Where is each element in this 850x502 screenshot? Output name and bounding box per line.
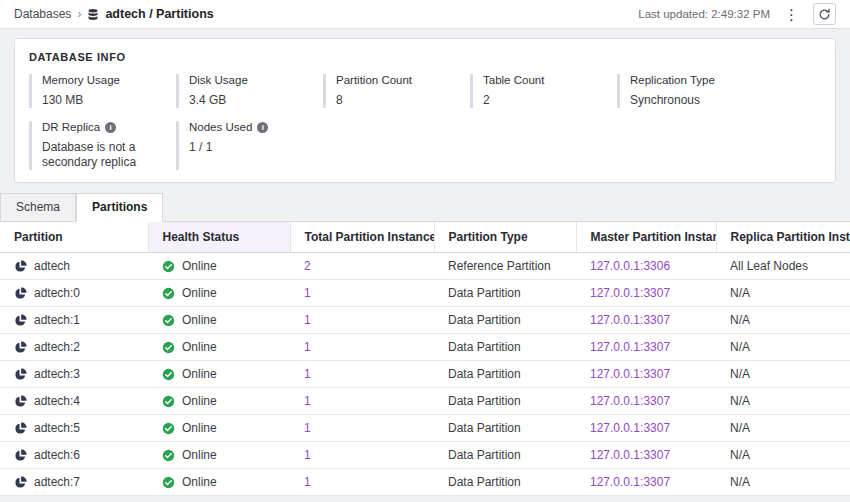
total-instances-link[interactable]: 1 [304, 286, 311, 300]
master-instance-link[interactable]: 127.0.0.1:3307 [590, 286, 670, 300]
stat-value: Database is not a secondary replica [42, 140, 168, 170]
partition-name: adtech:3 [34, 367, 80, 381]
partition-type-label: Data Partition [448, 340, 521, 354]
stat-label: Replication Type [630, 74, 763, 86]
col-master-partition-instance[interactable]: Master Partition Instance ... [576, 222, 716, 253]
stat-memory-usage: Memory Usage 130 MB [29, 74, 175, 108]
health-status-label: Online [182, 448, 217, 462]
col-replica-partition-instance[interactable]: Replica Partition Instance ... [716, 222, 850, 253]
topbar-actions: Last updated: 2:49:32 PM ⋮ [638, 3, 836, 25]
tab-bar: Schema Partitions [0, 193, 850, 222]
partition-pie-icon [14, 449, 27, 462]
total-instances-link[interactable]: 2 [304, 259, 311, 273]
refresh-button[interactable] [813, 3, 836, 25]
partition-pie-icon [14, 287, 27, 300]
replica-instance-label: N/A [730, 340, 750, 354]
partition-name: adtech:5 [34, 421, 80, 435]
table-header-row: Partition Health Status Total Partition … [0, 222, 850, 253]
online-check-icon [162, 368, 175, 381]
stats-row-2: DR Replica i Database is not a secondary… [29, 121, 821, 170]
table-row: adtech:0 Online 1 Data Partition 127.0.0… [0, 280, 850, 307]
total-instances-link[interactable]: 1 [304, 313, 311, 327]
partitions-table-body: adtech Online 2 Reference Partition 127.… [0, 253, 850, 496]
online-check-icon [162, 314, 175, 327]
stat-label: Nodes Used [189, 121, 252, 133]
replica-instance-label: N/A [730, 313, 750, 327]
table-row: adtech Online 2 Reference Partition 127.… [0, 253, 850, 280]
online-check-icon [162, 476, 175, 489]
stat-label: DR Replica [42, 121, 100, 133]
stat-value: Synchronous [630, 93, 756, 108]
master-instance-link[interactable]: 127.0.0.1:3307 [590, 394, 670, 408]
master-instance-link[interactable]: 127.0.0.1:3306 [590, 259, 670, 273]
master-instance-link[interactable]: 127.0.0.1:3307 [590, 421, 670, 435]
replica-instance-label: N/A [730, 286, 750, 300]
tab-schema[interactable]: Schema [0, 193, 76, 222]
health-status-label: Online [182, 340, 217, 354]
stat-value: 2 [483, 93, 609, 108]
partition-name: adtech:0 [34, 286, 80, 300]
card-title: DATABASE INFO [29, 51, 821, 63]
col-health-status[interactable]: Health Status [148, 222, 290, 253]
table-row: adtech:4 Online 1 Data Partition 127.0.0… [0, 388, 850, 415]
stat-dr-replica: DR Replica i Database is not a secondary… [29, 121, 175, 170]
health-status-label: Online [182, 286, 217, 300]
partition-type-label: Reference Partition [448, 259, 551, 273]
total-instances-link[interactable]: 1 [304, 475, 311, 489]
partition-pie-icon [14, 260, 27, 273]
page-title: adtech / Partitions [105, 7, 213, 21]
stat-value: 8 [336, 93, 462, 108]
replica-instance-label: All Leaf Nodes [730, 259, 808, 273]
table-row: adtech:6 Online 1 Data Partition 127.0.0… [0, 442, 850, 469]
col-total-partition-instances[interactable]: Total Partition Instances [290, 222, 434, 253]
replica-instance-label: N/A [730, 367, 750, 381]
info-icon[interactable]: i [105, 122, 116, 133]
master-instance-link[interactable]: 127.0.0.1:3307 [590, 448, 670, 462]
master-instance-link[interactable]: 127.0.0.1:3307 [590, 367, 670, 381]
partition-name: adtech:7 [34, 475, 80, 489]
partition-type-label: Data Partition [448, 313, 521, 327]
col-partition-type[interactable]: Partition Type [434, 222, 576, 253]
partition-pie-icon [14, 341, 27, 354]
master-instance-link[interactable]: 127.0.0.1:3307 [590, 313, 670, 327]
stat-label: Table Count [483, 74, 616, 86]
total-instances-link[interactable]: 1 [304, 421, 311, 435]
breadcrumb-databases[interactable]: Databases [14, 7, 71, 21]
topbar: Databases › adtech / Partitions Last upd… [0, 0, 850, 29]
table-row: adtech:3 Online 1 Data Partition 127.0.0… [0, 361, 850, 388]
stats-row-1: Memory Usage 130 MB Disk Usage 3.4 GB Pa… [29, 74, 821, 108]
kebab-menu-icon[interactable]: ⋮ [782, 7, 801, 22]
partition-name: adtech:4 [34, 394, 80, 408]
replica-instance-label: N/A [730, 394, 750, 408]
online-check-icon [162, 260, 175, 273]
partition-pie-icon [14, 314, 27, 327]
stat-label: Disk Usage [189, 74, 322, 86]
partition-pie-icon [14, 395, 27, 408]
info-icon[interactable]: i [257, 122, 268, 133]
partition-type-label: Data Partition [448, 421, 521, 435]
health-status-label: Online [182, 313, 217, 327]
master-instance-link[interactable]: 127.0.0.1:3307 [590, 340, 670, 354]
stat-value: 3.4 GB [189, 93, 315, 108]
partitions-table: Partition Health Status Total Partition … [0, 222, 850, 496]
health-status-label: Online [182, 475, 217, 489]
online-check-icon [162, 341, 175, 354]
total-instances-link[interactable]: 1 [304, 367, 311, 381]
health-status-label: Online [182, 421, 217, 435]
total-instances-link[interactable]: 1 [304, 394, 311, 408]
refresh-icon [818, 8, 831, 21]
col-partition[interactable]: Partition [0, 222, 148, 253]
online-check-icon [162, 287, 175, 300]
stat-replication-type: Replication Type Synchronous [617, 74, 763, 108]
stat-nodes-used: Nodes Used i 1 / 1 [176, 121, 322, 170]
total-instances-link[interactable]: 1 [304, 340, 311, 354]
tab-partitions[interactable]: Partitions [76, 193, 163, 222]
health-status-label: Online [182, 259, 217, 273]
partition-pie-icon [14, 476, 27, 489]
total-instances-link[interactable]: 1 [304, 448, 311, 462]
master-instance-link[interactable]: 127.0.0.1:3307 [590, 475, 670, 489]
partition-name: adtech:6 [34, 448, 80, 462]
partition-type-label: Data Partition [448, 367, 521, 381]
partition-pie-icon [14, 422, 27, 435]
replica-instance-label: N/A [730, 448, 750, 462]
